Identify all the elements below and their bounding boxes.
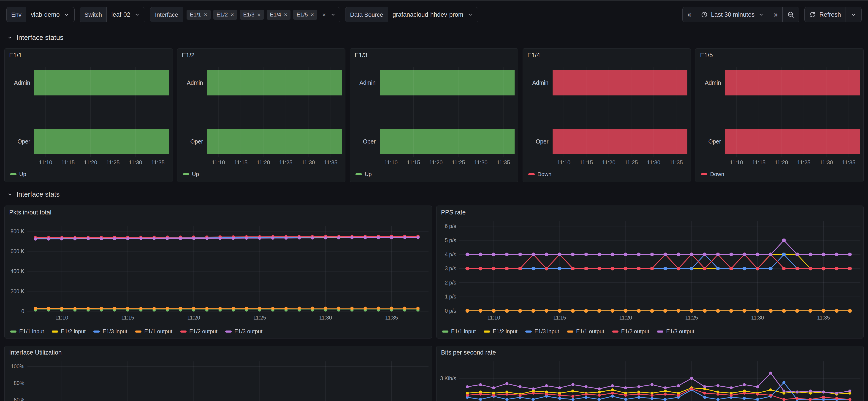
- interface-tag[interactable]: E1/3×: [240, 10, 264, 20]
- legend-label: E1/2 input: [61, 328, 86, 335]
- panel-title[interactable]: E1/3: [354, 52, 367, 59]
- legend-item[interactable]: E1/2 input: [484, 328, 518, 335]
- svg-text:11:35: 11:35: [324, 159, 337, 165]
- close-icon[interactable]: ×: [230, 12, 234, 18]
- svg-text:Admin: Admin: [187, 80, 203, 86]
- legend-item[interactable]: E1/2 output: [180, 328, 217, 335]
- switch-select[interactable]: leaf-02: [107, 7, 145, 22]
- svg-text:80%: 80%: [14, 380, 24, 386]
- svg-text:3 Kib/s: 3 Kib/s: [440, 375, 456, 381]
- time-shift-forward-button[interactable]: »: [769, 7, 783, 22]
- interface-tag[interactable]: E1/5×: [293, 10, 317, 20]
- datasource-variable-control: Data Source grafanacloud-hhdev-prom: [345, 7, 478, 22]
- e11-chart-canvas[interactable]: AdminOper11:1011:1511:2011:2511:3011:35: [5, 49, 173, 182]
- legend-item[interactable]: Down: [701, 171, 724, 177]
- close-icon[interactable]: ×: [311, 12, 314, 18]
- datasource-value: grafanacloud-hhdev-prom: [393, 11, 463, 18]
- svg-text:11:20: 11:20: [619, 315, 632, 321]
- panel-legend: E1/1 inputE1/2 inputE1/3 inputE1/1 outpu…: [442, 328, 694, 335]
- panel-title[interactable]: Interface Utilization: [9, 349, 62, 356]
- legend-item[interactable]: Up: [355, 171, 372, 177]
- svg-text:11:25: 11:25: [106, 159, 120, 165]
- interface-select[interactable]: E1/1×E1/2×E1/3×E1/4×E1/5× ×: [183, 7, 340, 22]
- refresh-control: Refresh: [804, 7, 862, 22]
- bps-chart-canvas[interactable]: 3 Kib/s11:1011:1511:2011:2511:3011:35: [436, 346, 864, 401]
- svg-text:11:30: 11:30: [751, 315, 764, 321]
- legend-swatch: [657, 331, 663, 333]
- env-select[interactable]: vlab-demo: [26, 7, 74, 22]
- svg-text:11:10: 11:10: [212, 159, 225, 165]
- time-shift-back-button[interactable]: «: [683, 7, 696, 22]
- legend-item[interactable]: E1/2 output: [612, 328, 649, 335]
- legend-item[interactable]: E1/3 input: [93, 328, 127, 335]
- time-range-button[interactable]: Last 30 minutes: [696, 7, 769, 22]
- panel-title[interactable]: Pkts in/out total: [9, 209, 52, 216]
- zoom-out-button[interactable]: [782, 7, 799, 22]
- svg-text:11:15: 11:15: [61, 159, 74, 165]
- svg-text:800 K: 800 K: [10, 228, 25, 235]
- legend-item[interactable]: E1/1 input: [442, 328, 476, 335]
- pps-chart-canvas[interactable]: 6 p/s5 p/s4 p/s3 p/s2 p/s1 p/s0 p/s11:10…: [436, 206, 864, 338]
- panel-title[interactable]: Bits per second rate: [441, 349, 496, 356]
- row-header-interface-stats[interactable]: Interface stats: [7, 190, 868, 198]
- panel-title[interactable]: E1/5: [700, 52, 713, 59]
- svg-text:Admin: Admin: [14, 80, 30, 86]
- legend-swatch: [225, 331, 231, 333]
- legend-label: E1/2 output: [189, 328, 217, 335]
- e14-chart-canvas[interactable]: AdminOper11:1011:1511:2011:2511:3011:35: [523, 49, 691, 182]
- legend-item[interactable]: E1/1 output: [567, 328, 604, 335]
- datasource-select[interactable]: grafanacloud-hhdev-prom: [388, 7, 478, 22]
- interface-tag[interactable]: E1/2×: [213, 10, 237, 20]
- panel-legend: Up: [183, 171, 199, 177]
- legend-label: Down: [537, 171, 551, 177]
- legend-label: E1/3 output: [666, 328, 694, 335]
- zoom-out-icon: [787, 11, 795, 18]
- legend-label: E1/1 input: [451, 328, 476, 335]
- panel-e12: E1/2AdminOper11:1011:1511:2011:2511:3011…: [177, 48, 346, 182]
- panel-util: Interface Utilization100%80%60%11:1011:1…: [4, 346, 432, 401]
- util-chart-canvas[interactable]: 100%80%60%11:1011:1511:2011:2511:3011:35: [5, 346, 432, 401]
- legend-swatch: [484, 331, 490, 333]
- legend-item[interactable]: E1/3 input: [525, 328, 559, 335]
- interface-tag[interactable]: E1/1×: [187, 10, 211, 20]
- legend-swatch: [525, 331, 532, 333]
- switch-variable-control: Switch leaf-02: [80, 7, 145, 22]
- close-icon[interactable]: ×: [257, 12, 261, 18]
- legend-item[interactable]: E1/1 input: [10, 328, 44, 335]
- legend-swatch: [183, 173, 189, 175]
- e13-chart-canvas[interactable]: AdminOper11:1011:1511:2011:2511:3011:35: [350, 49, 518, 182]
- legend-item[interactable]: E1/1 output: [135, 328, 173, 335]
- e12-chart-canvas[interactable]: AdminOper11:1011:1511:2011:2511:3011:35: [177, 49, 345, 182]
- legend-item[interactable]: E1/2 input: [52, 328, 86, 335]
- pkts-chart-canvas[interactable]: 800 K600 K400 K200 K011:1011:1511:2011:2…: [5, 206, 432, 338]
- interface-tag[interactable]: E1/4×: [267, 10, 291, 20]
- svg-text:Oper: Oper: [190, 138, 203, 145]
- refresh-button[interactable]: Refresh: [805, 7, 845, 22]
- panel-title[interactable]: PPS rate: [441, 209, 466, 216]
- panel-title[interactable]: E1/2: [182, 52, 195, 59]
- panel-e11: E1/1AdminOper11:1011:1511:2011:2511:3011…: [4, 48, 173, 182]
- e15-chart-canvas[interactable]: AdminOper11:1011:1511:2011:2511:3011:35: [695, 49, 863, 182]
- legend-item[interactable]: Up: [10, 171, 26, 177]
- env-label: Env: [7, 7, 26, 22]
- panel-title[interactable]: E1/4: [527, 52, 540, 59]
- legend-swatch: [528, 173, 535, 175]
- clear-all-icon[interactable]: ×: [322, 12, 326, 18]
- refresh-interval-button[interactable]: [845, 7, 861, 22]
- legend-swatch: [701, 173, 707, 175]
- refresh-label: Refresh: [819, 11, 841, 18]
- legend-item[interactable]: Up: [183, 171, 199, 177]
- close-icon[interactable]: ×: [204, 12, 207, 18]
- panel-title[interactable]: E1/1: [9, 52, 22, 59]
- legend-item[interactable]: Down: [528, 171, 551, 177]
- legend-item[interactable]: E1/3 output: [225, 328, 262, 335]
- legend-item[interactable]: E1/3 output: [657, 328, 694, 335]
- switch-value: leaf-02: [111, 11, 130, 18]
- legend-swatch: [52, 331, 58, 333]
- panel-e14: E1/4AdminOper11:1011:1511:2011:2511:3011…: [523, 48, 691, 182]
- svg-text:11:20: 11:20: [429, 159, 442, 165]
- close-icon[interactable]: ×: [284, 12, 287, 18]
- panel-legend: E1/1 inputE1/2 inputE1/3 inputE1/1 outpu…: [10, 328, 262, 335]
- svg-text:4 p/s: 4 p/s: [445, 251, 456, 257]
- row-header-interface-status[interactable]: Interface status: [7, 34, 868, 41]
